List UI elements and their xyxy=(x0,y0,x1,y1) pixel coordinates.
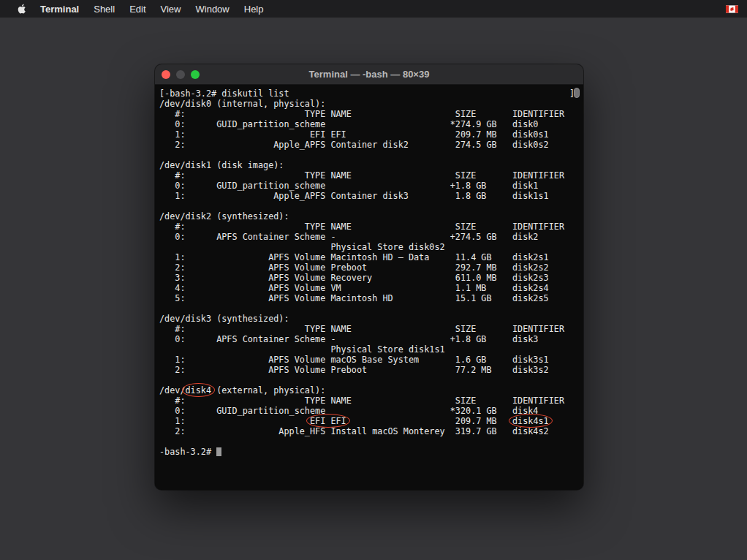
menu-app-name[interactable]: Terminal xyxy=(33,4,86,15)
menu-item-window[interactable]: Window xyxy=(189,4,237,15)
apple-logo-icon xyxy=(16,4,27,15)
prompt-text: -bash-3.2# xyxy=(159,447,216,457)
menu-item-edit[interactable]: Edit xyxy=(122,4,153,15)
terminal-cursor xyxy=(216,447,221,456)
apple-menu[interactable] xyxy=(16,4,27,15)
annotation-circle: EFI EFI xyxy=(310,416,346,426)
window-title: Terminal — -bash — 80×39 xyxy=(155,69,583,80)
annotation-circle: disk4s1 xyxy=(512,416,549,426)
minimize-button[interactable] xyxy=(176,70,185,79)
menu-item-view[interactable]: View xyxy=(153,4,189,15)
close-button[interactable] xyxy=(162,70,170,79)
terminal-window: Terminal — -bash — 80×39 [-bash-3.2# dis… xyxy=(155,64,583,490)
terminal-screen[interactable]: [-bash-3.2# diskutil list ]/dev/disk0 (i… xyxy=(155,86,583,490)
desktop: { "menu_bar": { "app_name": "Terminal", … xyxy=(0,0,747,560)
annotation-circle: disk4 xyxy=(186,385,212,396)
menu-item-help[interactable]: Help xyxy=(237,4,271,15)
menu-item-shell[interactable]: Shell xyxy=(86,4,122,15)
input-source-canada-flag-icon[interactable] xyxy=(726,5,738,13)
prompt-line: -bash-3.2# xyxy=(159,447,583,457)
menu-bar: Terminal Shell Edit View Window Help xyxy=(0,0,747,18)
window-titlebar[interactable]: Terminal — -bash — 80×39 xyxy=(155,64,583,85)
zoom-button[interactable] xyxy=(191,70,200,79)
scrollbar-thumb[interactable] xyxy=(574,88,580,98)
terminal-output: [-bash-3.2# diskutil list ]/dev/disk0 (i… xyxy=(159,88,583,447)
